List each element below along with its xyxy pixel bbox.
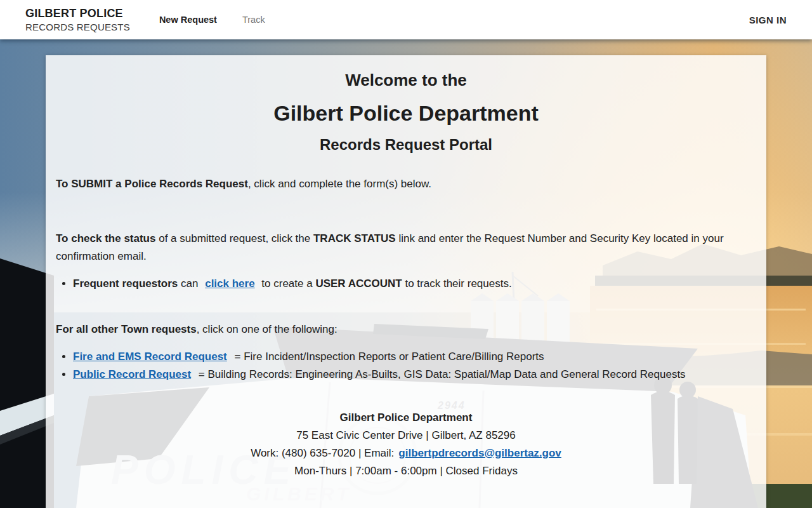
public-record-request-link[interactable]: Public Record Request — [73, 368, 191, 380]
contact-block: Gilbert Police Department 75 East Civic … — [56, 409, 756, 480]
frequent-bold: Frequent requestors — [73, 277, 178, 290]
status-instructions: To check the status of a submitted reque… — [56, 230, 754, 265]
top-navbar: GILBERT POLICE RECORDS REQUESTS New Requ… — [0, 0, 812, 39]
contact-address: 75 East Civic Center Drive | Gilbert, AZ… — [56, 427, 756, 444]
other-requests-intro: For all other Town requests, click on on… — [56, 321, 756, 338]
frequent-text-1: can — [178, 277, 201, 290]
records-email-link[interactable]: gilbertpdrecords@gilbertaz.gov — [398, 447, 561, 459]
public-record-item: Public Record Request = Building Records… — [73, 366, 756, 384]
fire-ems-item: Fire and EMS Record Request = Fire Incid… — [73, 348, 756, 366]
status-bold-1: To check the status — [56, 232, 155, 244]
brand-title: GILBERT POLICE — [25, 7, 130, 20]
brand-logo[interactable]: GILBERT POLICE RECORDS REQUESTS — [25, 7, 130, 32]
contact-work-prefix: Work: (480) 635-7020 | Email: — [251, 447, 394, 459]
frequent-requestor-list: Frequent requestors can click here to cr… — [56, 275, 756, 293]
frequent-requestor-item: Frequent requestors can click here to cr… — [73, 275, 756, 293]
status-text-1: of a submitted request, click the — [155, 232, 313, 244]
welcome-heading: Welcome to the — [56, 70, 756, 90]
click-here-link[interactable]: click here — [205, 277, 254, 290]
nav-track[interactable]: Track — [242, 15, 265, 25]
other-requests-bold: For all other Town requests — [56, 323, 197, 335]
frequent-text-3: to track their requests. — [402, 277, 512, 290]
other-requests-list: Fire and EMS Record Request = Fire Incid… — [56, 348, 756, 384]
department-heading: Gilbert Police Department — [56, 101, 756, 126]
public-record-description: = Building Records: Engineering As-Built… — [195, 368, 686, 380]
portal-heading: Records Request Portal — [56, 136, 756, 154]
other-requests-rest: , click on one of the following: — [197, 323, 337, 335]
content-card: Welcome to the Gilbert Police Department… — [46, 55, 766, 508]
submit-instructions: To SUBMIT a Police Records Request, clic… — [56, 175, 756, 193]
fire-ems-request-link[interactable]: Fire and EMS Record Request — [73, 351, 227, 363]
frequent-text-2: to create a — [259, 277, 316, 290]
status-bold-2: TRACK STATUS — [313, 232, 396, 244]
contact-hours: Mon-Thurs | 7:00am - 6:00pm | Closed Fri… — [56, 462, 756, 480]
contact-work-email: Work: (480) 635-7020 | Email:gilbertpdre… — [56, 444, 756, 462]
fire-ems-description: = Fire Incident/Inspection Reports or Pa… — [232, 351, 544, 363]
contact-department-name: Gilbert Police Department — [56, 409, 756, 427]
user-account-bold: USER ACCOUNT — [315, 277, 402, 290]
sign-in-button[interactable]: SIGN IN — [749, 15, 787, 25]
main-nav: New Request Track — [159, 15, 265, 25]
nav-new-request[interactable]: New Request — [159, 15, 217, 25]
submit-instructions-rest: , click and complete the form(s) below. — [248, 178, 431, 190]
hero-section: 2944 POLICE GILBERT Welcome to the Gilbe… — [0, 39, 812, 508]
submit-instructions-bold: To SUBMIT a Police Records Request — [56, 178, 248, 190]
brand-subtitle: RECORDS REQUESTS — [25, 22, 130, 32]
